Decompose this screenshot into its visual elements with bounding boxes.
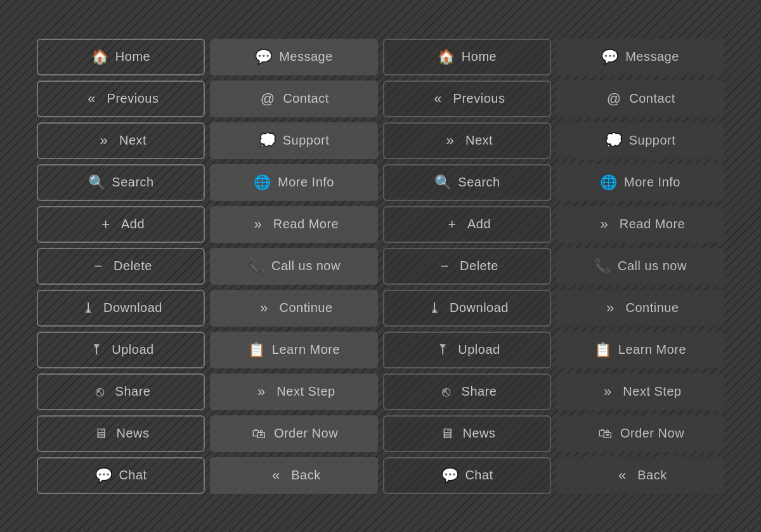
message-1-button[interactable]: 💬Message <box>210 39 378 75</box>
moreinfo-1-button[interactable]: 🌐More Info <box>210 164 378 201</box>
moreinfo-2-button[interactable]: 🌐More Info <box>556 164 724 201</box>
ordernow-1-icon: 🛍 <box>250 425 268 442</box>
home-2-button[interactable]: 🏠Home <box>383 39 551 75</box>
home-1-label: Home <box>115 49 150 64</box>
delete-1-icon: − <box>89 258 107 275</box>
learnmore-1-icon: 📋 <box>248 342 266 358</box>
news-1-label: News <box>116 426 149 441</box>
learnmore-2-button[interactable]: 📋Learn More <box>556 332 724 368</box>
previous-1-label: Previous <box>107 91 159 106</box>
back-2-button[interactable]: «Back <box>556 457 724 494</box>
news-1-icon: 🖥 <box>92 425 110 442</box>
nextstep-2-label: Next Step <box>623 384 681 399</box>
upload-1-button[interactable]: ⤒Upload <box>37 332 205 368</box>
back-1-label: Back <box>291 468 320 483</box>
nextstep-2-icon: » <box>599 384 616 400</box>
nextstep-2-button[interactable]: »Next Step <box>556 373 724 410</box>
download-1-button[interactable]: ⤓Download <box>37 290 205 327</box>
share-1-button[interactable]: ⎋Share <box>37 373 205 410</box>
upload-2-label: Upload <box>458 342 500 357</box>
chat-2-icon: 💬 <box>441 467 459 484</box>
chat-2-button[interactable]: 💬Chat <box>383 457 551 494</box>
next-1-label: Next <box>119 133 146 148</box>
message-2-label: Message <box>625 49 679 64</box>
button-grid: 🏠Home💬Message🏠Home💬Message«Previous@Cont… <box>24 26 737 507</box>
upload-2-button[interactable]: ⤒Upload <box>383 332 551 368</box>
delete-1-button[interactable]: −Delete <box>37 248 205 285</box>
message-1-icon: 💬 <box>255 49 273 65</box>
contact-2-icon: @ <box>605 91 623 107</box>
news-1-button[interactable]: 🖥News <box>37 415 205 452</box>
download-2-button[interactable]: ⤓Download <box>383 290 551 327</box>
continue-1-icon: » <box>255 300 273 316</box>
download-2-icon: ⤓ <box>426 300 443 316</box>
contact-2-label: Contact <box>629 91 675 106</box>
support-2-button[interactable]: 💭Support <box>556 122 724 159</box>
support-1-button[interactable]: 💭Support <box>210 122 378 159</box>
next-1-button[interactable]: »Next <box>37 122 205 159</box>
nextstep-1-label: Next Step <box>276 384 335 399</box>
learnmore-2-icon: 📋 <box>594 342 612 358</box>
ordernow-2-icon: 🛍 <box>596 425 614 442</box>
search-1-button[interactable]: 🔍Search <box>37 164 205 201</box>
contact-2-button[interactable]: @Contact <box>556 81 724 117</box>
back-1-icon: « <box>267 467 285 484</box>
chat-2-label: Chat <box>465 468 493 483</box>
next-2-label: Next <box>465 133 493 148</box>
nextstep-1-button[interactable]: »Next Step <box>210 373 378 410</box>
callus-1-button[interactable]: 📞Call us now <box>210 248 378 285</box>
support-1-label: Support <box>283 133 330 148</box>
contact-1-button[interactable]: @Contact <box>210 81 378 117</box>
readmore-2-icon: » <box>595 216 613 233</box>
callus-1-icon: 📞 <box>247 258 265 275</box>
support-1-icon: 💭 <box>259 133 276 149</box>
previous-2-label: Previous <box>453 91 505 106</box>
home-2-label: Home <box>462 49 497 64</box>
learnmore-1-button[interactable]: 📋Learn More <box>210 332 378 368</box>
download-1-label: Download <box>103 301 162 315</box>
add-1-button[interactable]: +Add <box>37 206 205 243</box>
download-1-icon: ⤓ <box>79 300 97 316</box>
continue-2-button[interactable]: »Continue <box>556 290 724 327</box>
home-1-icon: 🏠 <box>91 49 109 65</box>
next-1-icon: » <box>95 133 113 149</box>
callus-2-label: Call us now <box>618 259 687 273</box>
chat-1-label: Chat <box>119 468 146 483</box>
search-2-button[interactable]: 🔍Search <box>383 164 551 201</box>
support-2-label: Support <box>629 133 676 148</box>
news-2-icon: 🖥 <box>438 425 456 442</box>
delete-2-button[interactable]: −Delete <box>383 248 551 285</box>
add-2-button[interactable]: +Add <box>383 206 551 243</box>
next-2-icon: » <box>441 133 459 149</box>
chat-1-icon: 💬 <box>94 467 112 484</box>
share-2-button[interactable]: ⎋Share <box>383 373 551 410</box>
back-1-button[interactable]: «Back <box>210 457 378 494</box>
continue-1-button[interactable]: »Continue <box>210 290 378 327</box>
next-2-button[interactable]: »Next <box>383 122 551 159</box>
add-2-icon: + <box>443 216 461 233</box>
moreinfo-2-icon: 🌐 <box>600 174 618 191</box>
message-1-label: Message <box>279 49 333 64</box>
previous-1-button[interactable]: «Previous <box>37 81 205 117</box>
callus-1-label: Call us now <box>271 259 341 273</box>
message-2-button[interactable]: 💬Message <box>556 39 724 75</box>
previous-2-icon: « <box>429 91 447 107</box>
home-1-button[interactable]: 🏠Home <box>37 39 205 75</box>
readmore-2-button[interactable]: »Read More <box>556 206 724 243</box>
previous-1-icon: « <box>83 91 101 107</box>
ordernow-1-label: Order Now <box>274 426 338 441</box>
share-1-icon: ⎋ <box>91 384 109 400</box>
learnmore-2-label: Learn More <box>618 342 686 357</box>
callus-2-button[interactable]: 📞Call us now <box>556 248 724 285</box>
ordernow-2-button[interactable]: 🛍Order Now <box>556 415 724 452</box>
readmore-1-button[interactable]: »Read More <box>210 206 378 243</box>
chat-1-button[interactable]: 💬Chat <box>37 457 205 494</box>
delete-1-label: Delete <box>114 259 152 273</box>
callus-2-icon: 📞 <box>594 258 611 275</box>
moreinfo-2-label: More Info <box>624 175 680 190</box>
readmore-1-icon: » <box>249 216 267 233</box>
news-2-button[interactable]: 🖥News <box>383 415 551 452</box>
previous-2-button[interactable]: «Previous <box>383 81 551 117</box>
ordernow-1-button[interactable]: 🛍Order Now <box>210 415 378 452</box>
delete-2-label: Delete <box>460 259 498 273</box>
